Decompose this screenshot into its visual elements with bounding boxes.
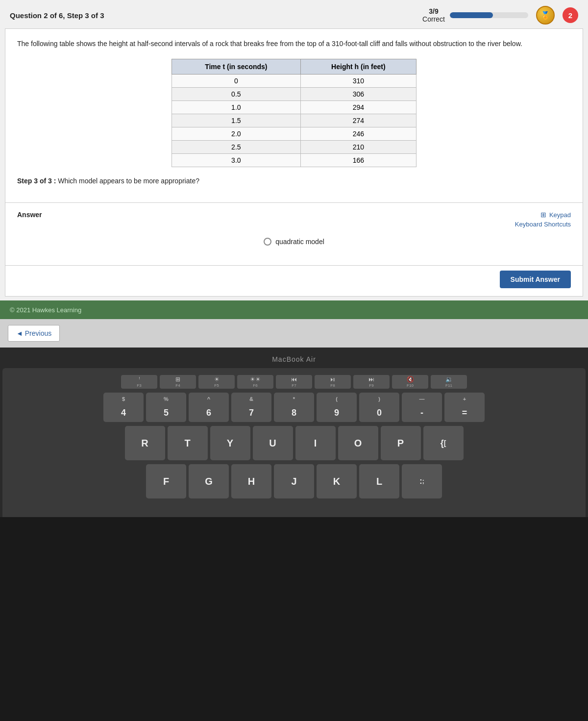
key-r[interactable]: R	[125, 426, 165, 460]
key-9[interactable]: (9	[317, 393, 357, 422]
time-cell: 1.5	[172, 114, 301, 127]
score-label: 3/9 Correct	[422, 7, 445, 23]
fn-key-f4[interactable]: ⊞F4	[160, 375, 196, 389]
data-table: Time t (in seconds) Height h (in feet) 0…	[172, 59, 416, 167]
table-row: 1.5274	[172, 114, 416, 127]
table-row: 3.0166	[172, 154, 416, 167]
step-text: Which model appears to be more appropria…	[58, 177, 199, 185]
time-cell: 0.5	[172, 88, 301, 101]
footer-text: © 2021 Hawkes Learning	[10, 306, 81, 314]
key-6[interactable]: ^6	[189, 393, 229, 422]
time-cell: 3.0	[172, 154, 301, 167]
fn-key-f3[interactable]: ꜝF3	[121, 375, 157, 389]
height-cell: 210	[300, 141, 416, 154]
radio-circle[interactable]	[264, 238, 271, 246]
table-row: 2.5210	[172, 141, 416, 154]
key-4[interactable]: $4	[103, 393, 144, 422]
height-cell: 166	[300, 154, 416, 167]
footer-bar: © 2021 Hawkes Learning	[0, 300, 588, 319]
col1-header: Time t (in seconds)	[172, 59, 301, 75]
keypad-icon: ⊞	[540, 211, 546, 219]
f4-icon: ⊞	[175, 376, 180, 383]
submit-button[interactable]: Submit Answer	[500, 271, 571, 288]
height-cell: 306	[300, 88, 416, 101]
num-row: $4 %5 ^6 &7 *8 (9 )0 —- +=	[7, 393, 581, 422]
fn-key-f11[interactable]: 🔉F11	[431, 375, 467, 389]
keypad-label: Keypad	[549, 211, 571, 219]
height-cell: 310	[300, 75, 416, 88]
key-l[interactable]: L	[359, 464, 399, 498]
score-fraction: 3/9	[422, 7, 445, 15]
key-j[interactable]: J	[274, 464, 314, 498]
content-box: The following table shows the height at …	[5, 28, 583, 203]
fn-key-f8[interactable]: ⏯F8	[315, 375, 351, 389]
key-k[interactable]: K	[317, 464, 357, 498]
progress-bar-fill	[450, 12, 493, 18]
coin-icon: 🏅	[540, 11, 550, 20]
fn-key-f7[interactable]: ⏮F7	[276, 375, 312, 389]
f3-icon: ꜝ	[139, 376, 140, 383]
answer-section: Answer ⊞ Keypad Keyboard Shortcuts quadr…	[5, 203, 583, 266]
step-label: Step 3 of 3 : Which model appears to be …	[17, 177, 571, 185]
fn-key-f10[interactable]: 🔇F10	[392, 375, 428, 389]
answer-label: Answer	[17, 211, 42, 219]
key-u[interactable]: U	[253, 426, 293, 460]
key-7[interactable]: &7	[231, 393, 271, 422]
answer-header: Answer ⊞ Keypad Keyboard Shortcuts	[17, 211, 571, 228]
f7-icon: ⏮	[291, 376, 297, 383]
letter-row-1: R T Y U I O P {[	[7, 426, 581, 460]
macbook-label: MacBook Air	[0, 352, 588, 368]
key-t[interactable]: T	[168, 426, 208, 460]
fn-key-f6[interactable]: ☀☀F6	[237, 375, 273, 389]
letter-row-2: F G H J K L :;	[7, 464, 581, 498]
key-equals[interactable]: +=	[444, 393, 485, 422]
key-o[interactable]: O	[338, 426, 378, 460]
f8-icon: ⏯	[330, 376, 336, 383]
nav-area: ◄ Previous	[0, 319, 588, 348]
table-row: 2.0246	[172, 127, 416, 141]
table-row: 1.0294	[172, 101, 416, 114]
key-bracket[interactable]: {[	[423, 426, 464, 460]
badge-coin: 🏅	[536, 6, 555, 25]
key-5[interactable]: %5	[146, 393, 186, 422]
time-cell: 0	[172, 75, 301, 88]
key-semicolon[interactable]: :;	[402, 464, 442, 498]
keyboard-section: MacBook Air ꜝF3 ⊞F4 ☀F5 ☀☀F6 ⏮F7 ⏯F8 ⏭F9…	[0, 348, 588, 517]
problem-text: The following table shows the height at …	[17, 39, 571, 49]
f11-icon: 🔉	[445, 376, 453, 383]
fn-row: ꜝF3 ⊞F4 ☀F5 ☀☀F6 ⏮F7 ⏯F8 ⏭F9 🔇F10 🔉F11	[7, 375, 581, 389]
progress-bar	[450, 12, 528, 18]
key-g[interactable]: G	[189, 464, 229, 498]
header-right: 3/9 Correct 🏅 2	[422, 6, 578, 25]
height-cell: 246	[300, 127, 416, 141]
key-0[interactable]: )0	[359, 393, 399, 422]
keypad-button[interactable]: ⊞ Keypad	[540, 211, 571, 219]
table-row: 0310	[172, 75, 416, 88]
question-title: Question 2 of 6, Step 3 of 3	[10, 11, 104, 20]
score-section: 3/9 Correct	[422, 7, 528, 23]
score-correct: Correct	[422, 15, 445, 23]
f9-icon: ⏭	[368, 376, 374, 383]
tools-section: ⊞ Keypad Keyboard Shortcuts	[515, 211, 571, 228]
fn-key-f9[interactable]: ⏭F9	[353, 375, 390, 389]
key-p[interactable]: P	[381, 426, 421, 460]
keyboard-shortcuts-link[interactable]: Keyboard Shortcuts	[515, 221, 571, 228]
key-y[interactable]: Y	[210, 426, 250, 460]
time-cell: 2.5	[172, 141, 301, 154]
radio-label: quadratic model	[275, 238, 324, 246]
col2-header: Height h (in feet)	[300, 59, 416, 75]
previous-button[interactable]: ◄ Previous	[8, 325, 60, 342]
time-cell: 1.0	[172, 101, 301, 114]
key-i[interactable]: I	[295, 426, 336, 460]
fn-key-f5[interactable]: ☀F5	[198, 375, 235, 389]
f6-icon: ☀☀	[250, 376, 261, 383]
key-8[interactable]: *8	[274, 393, 314, 422]
key-minus[interactable]: —-	[402, 393, 442, 422]
time-cell: 2.0	[172, 127, 301, 141]
keyboard-wrapper: ꜝF3 ⊞F4 ☀F5 ☀☀F6 ⏮F7 ⏯F8 ⏭F9 🔇F10 🔉F11 $…	[2, 368, 586, 517]
key-h[interactable]: H	[231, 464, 271, 498]
table-row: 0.5306	[172, 88, 416, 101]
question-area: Question 2 of 6, Step 3 of 3 3/9 Correct…	[0, 0, 588, 319]
key-f[interactable]: F	[146, 464, 186, 498]
f10-icon: 🔇	[407, 376, 414, 383]
